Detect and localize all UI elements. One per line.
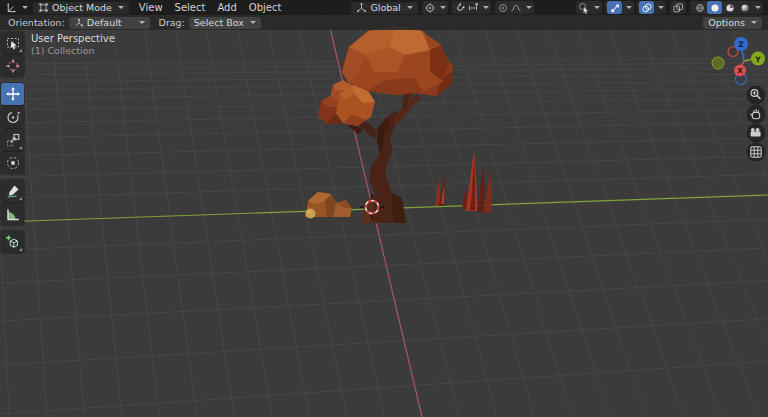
falloff-curve-icon[interactable] [510,2,522,14]
3d-viewport-editor-icon [5,1,18,14]
rotate-tool-icon [5,109,21,125]
gizmo-axis-z[interactable]: Z [734,37,748,51]
shading-wireframe-button[interactable] [692,1,707,14]
tool-rotate[interactable] [1,106,24,128]
grid-line [259,14,283,135]
tool-cursor[interactable] [1,55,24,77]
tool-select-box[interactable] [1,32,24,54]
blender-window: Z Y X [0,0,768,417]
magnet-icon[interactable] [454,2,466,14]
options-label: Options [708,17,745,28]
chevron-down-icon [118,6,124,9]
grid-line [271,14,296,135]
drag-value: Select Box [194,17,244,28]
grid-line [0,361,768,414]
chevron-down-icon [407,6,413,9]
gizmo-axis-y[interactable]: Y [751,52,765,66]
svg-text:X: X [737,67,743,75]
grid-line [247,14,270,135]
orientation-label: Global [370,2,400,13]
grid-line [241,14,264,135]
snap-increment-icon[interactable] [467,2,479,14]
grid-line [0,319,768,365]
mode-label: Object Mode [52,2,112,13]
gizmo-axis-neg-y[interactable] [712,57,724,69]
grid-line [523,14,565,135]
menu-add[interactable]: Add [211,2,242,13]
chevron-down-icon [526,6,532,9]
measure-protractor-icon [5,206,21,222]
show-gizmo-toggle[interactable] [605,1,634,14]
viewport-3d[interactable]: Z Y X [0,0,768,417]
annotate-pen-icon [5,183,21,199]
svg-text:Y: Y [754,55,761,64]
tool-add-cube[interactable] [1,231,24,253]
viewport-header: Object Mode View Select Add Object Globa… [0,0,768,15]
chevron-down-icon [751,21,757,24]
proportional-edit-group [495,1,534,14]
zoom-view-button[interactable] [747,86,766,105]
material-sphere-icon [724,2,736,14]
orientation-default-dropdown[interactable]: Default [69,17,150,29]
grid-line [124,14,139,135]
grid-line [529,14,571,135]
tree-object[interactable] [318,26,453,223]
object-type-visibility-dropdown[interactable] [576,1,602,14]
tool-annotate[interactable] [1,180,24,202]
select-box-icon [5,35,21,51]
menu-view[interactable]: View [133,2,169,13]
chevron-down-icon [658,6,664,9]
view-perspective-label: User Perspective [31,33,115,45]
proportional-editing-icon[interactable] [497,2,509,14]
editor-type-button[interactable] [3,1,30,14]
orientation-value: Default [87,17,122,28]
menu-object[interactable]: Object [243,2,288,13]
gizmo-axis-x[interactable]: X [734,65,746,77]
tool-shelf [1,32,25,253]
chevron-down-icon [483,6,489,9]
show-overlays-toggle[interactable] [637,1,666,14]
grass-left-object[interactable] [435,175,445,206]
tool-move[interactable] [1,83,24,105]
toggle-xray-button[interactable] [670,1,686,14]
show-gizmo-icon [609,2,621,14]
transform-orientation-dropdown[interactable]: Global [351,2,417,14]
grid-line [0,281,768,321]
grid-line [278,14,303,135]
grid-line [130,14,145,135]
shading-rendered-button[interactable] [737,1,752,14]
pivot-point-icon [424,2,436,14]
menu-select[interactable]: Select [169,2,212,13]
chevron-down-icon[interactable] [755,6,761,9]
axis-gizmo-icon [74,18,84,28]
shading-material-button[interactable] [722,1,737,14]
tool-measure[interactable] [1,203,24,225]
snap-group [452,1,491,14]
show-overlays-icon [641,2,653,14]
options-dropdown[interactable]: Options [703,17,762,29]
tool-scale[interactable] [1,129,24,151]
grid-line [136,14,152,135]
pan-view-button[interactable] [747,105,766,124]
transform-orientation-icon [356,2,367,13]
camera-view-button[interactable] [747,124,766,143]
toggle-xray-icon [672,2,684,14]
drag-mode-dropdown[interactable]: Select Box [189,17,261,29]
grid-line [253,14,277,135]
pivot-point-dropdown[interactable] [422,1,448,14]
shading-mode-group [690,1,763,14]
solid-sphere-icon [709,2,721,14]
tool-settings-bar: Orientation: Default Drag: Select Box Op… [0,15,768,30]
rocks-object[interactable] [305,192,352,219]
viewport-info-text: User Perspective (1) Collection [31,33,115,57]
toggle-ortho-button[interactable] [747,143,766,162]
object-type-visibility-icon [578,2,590,14]
grid-line [0,219,768,250]
drag-field-label: Drag: [159,17,185,28]
scale-tool-icon [5,132,21,148]
mode-dropdown[interactable]: Object Mode [33,2,129,14]
svg-text:Z: Z [738,40,744,49]
shading-solid-button[interactable] [707,1,722,14]
tool-transform[interactable] [1,152,24,174]
active-collection-label: (1) Collection [31,45,115,57]
